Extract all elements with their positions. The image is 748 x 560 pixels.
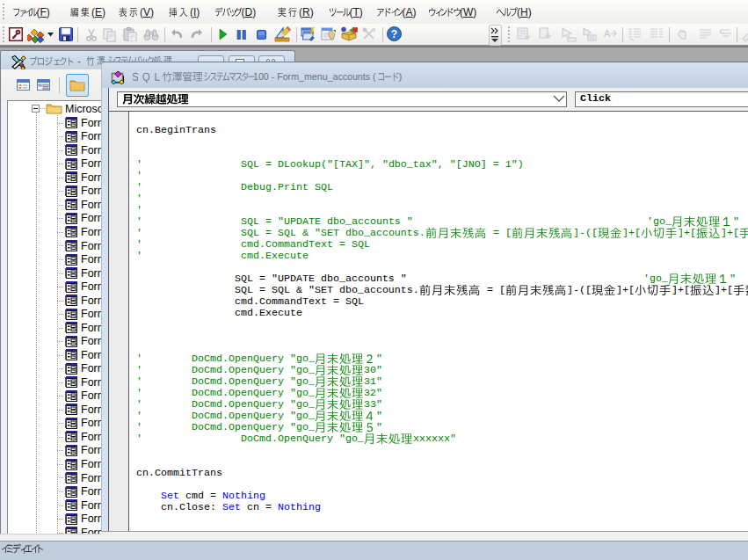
svg-text:A: A (604, 28, 611, 39)
svg-text:?: ? (391, 28, 397, 40)
